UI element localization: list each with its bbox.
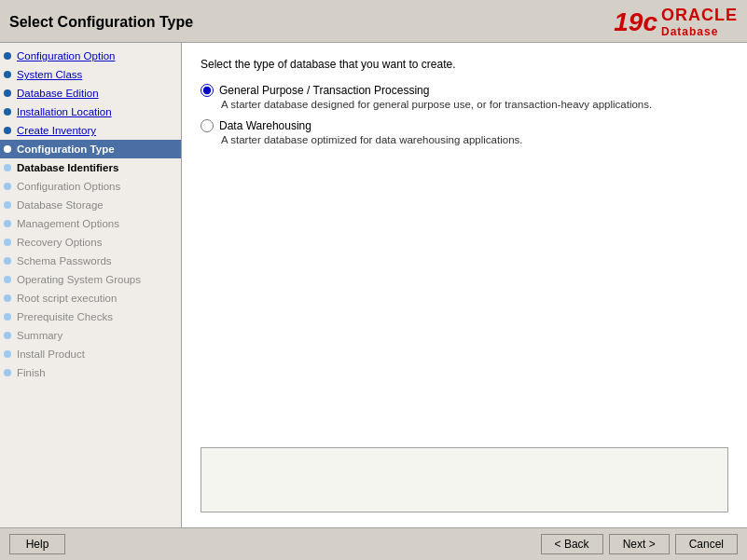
radio-label-data-warehousing[interactable]: Data Warehousing <box>201 119 728 132</box>
sidebar-item-management-options: Management Options <box>0 214 181 233</box>
oracle-product: Database <box>661 25 718 38</box>
sidebar-item-configuration-type[interactable]: Configuration Type <box>0 140 181 158</box>
step-dot <box>4 239 11 246</box>
step-dot <box>4 71 11 78</box>
title-bar: Select Configuration Type 19c ORACLE Dat… <box>0 0 747 43</box>
oracle-brand: ORACLE Database <box>661 6 738 38</box>
step-dot <box>4 108 11 116</box>
sidebar-item-create-inventory[interactable]: Create Inventory <box>0 121 181 140</box>
content-area: Select the type of database that you wan… <box>182 43 747 527</box>
radio-option-general-purpose: General Purpose / Transaction Processing… <box>201 84 728 110</box>
step-dot <box>4 52 11 60</box>
oracle-logo: 19c ORACLE Database <box>614 6 738 38</box>
sidebar-item-operating-system-groups: Operating System Groups <box>0 270 181 289</box>
sidebar-item-database-edition[interactable]: Database Edition <box>0 84 181 102</box>
radio-input-data-warehousing[interactable] <box>201 119 214 132</box>
back-button[interactable]: < Back <box>541 534 603 554</box>
step-dot <box>4 332 11 339</box>
sidebar-item-recovery-options: Recovery Options <box>0 233 181 252</box>
page-title: Select Configuration Type <box>9 14 193 31</box>
bottom-bar: Help < Back Next > Cancel <box>0 527 747 560</box>
sidebar: Configuration Option System Class Databa… <box>0 43 182 527</box>
radio-input-general-purpose[interactable] <box>201 84 214 97</box>
oracle-version: 19c <box>614 7 657 37</box>
next-button[interactable]: Next > <box>609 534 670 554</box>
sidebar-item-system-class[interactable]: System Class <box>0 65 181 84</box>
step-dot <box>4 89 11 97</box>
sidebar-item-database-identifiers[interactable]: Database Identifiers <box>0 158 181 177</box>
step-dot <box>4 313 11 321</box>
sidebar-item-installation-location[interactable]: Installation Location <box>0 102 181 121</box>
step-dot <box>4 257 11 265</box>
sidebar-item-schema-passwords: Schema Passwords <box>0 252 181 270</box>
step-dot <box>4 276 11 283</box>
radio-label-general-purpose[interactable]: General Purpose / Transaction Processing <box>201 84 728 97</box>
step-dot <box>4 369 11 376</box>
main-container: Configuration Option System Class Databa… <box>0 43 747 527</box>
sidebar-item-summary: Summary <box>0 326 181 345</box>
radio-option-data-warehousing: Data Warehousing A starter database opti… <box>201 119 728 145</box>
cancel-button[interactable]: Cancel <box>675 534 738 554</box>
step-dot <box>4 220 11 227</box>
sidebar-item-finish: Finish <box>0 363 181 382</box>
step-dot <box>4 164 11 171</box>
radio-text-data-warehousing: Data Warehousing <box>219 119 311 132</box>
radio-desc-data-warehousing: A starter database optimized for data wa… <box>221 134 728 145</box>
radio-group: General Purpose / Transaction Processing… <box>201 84 728 145</box>
step-dot <box>4 294 11 302</box>
sidebar-item-prerequisite-checks: Prerequisite Checks <box>0 307 181 326</box>
step-dot <box>4 350 11 358</box>
radio-text-general-purpose: General Purpose / Transaction Processing <box>219 84 429 97</box>
oracle-name: ORACLE <box>661 6 738 25</box>
sidebar-item-database-storage: Database Storage <box>0 196 181 214</box>
step-dot <box>4 127 11 134</box>
content-description: Select the type of database that you wan… <box>201 58 728 71</box>
navigation-buttons: < Back Next > Cancel <box>541 534 738 554</box>
info-box <box>201 447 728 512</box>
sidebar-item-root-script-execution: Root script execution <box>0 289 181 307</box>
sidebar-item-install-product: Install Product <box>0 345 181 363</box>
help-button[interactable]: Help <box>9 534 65 554</box>
radio-desc-general-purpose: A starter database designed for general … <box>221 99 728 110</box>
step-dot <box>4 201 11 209</box>
sidebar-item-configuration-option[interactable]: Configuration Option <box>0 47 181 65</box>
sidebar-item-configuration-options: Configuration Options <box>0 177 181 196</box>
step-dot <box>4 145 11 153</box>
step-dot <box>4 183 11 190</box>
